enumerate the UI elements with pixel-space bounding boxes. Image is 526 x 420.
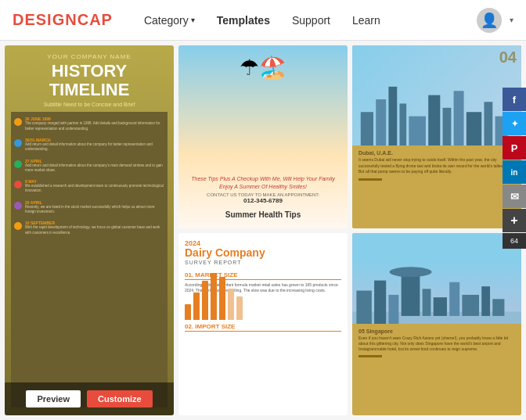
chart-bar-5: [219, 277, 225, 320]
nav-support[interactable]: Support: [292, 14, 330, 27]
timeline-desc-3: Add return and detail information about …: [25, 163, 164, 174]
singapore-text: 05 Singapore Even if you haven't seen Cr…: [352, 324, 521, 415]
dairy-report: SURVEY REPORT: [185, 260, 341, 265]
summer-main-text: These Tips Plus A Checkup With Me, Will …: [185, 175, 341, 191]
dairy-section1-text: According to the data, infant formula ma…: [185, 282, 341, 293]
header: DESIGNCAP Category ▾ Templates Support L…: [0, 0, 526, 41]
timeline-entry-3: 27 APRIL Add return and detail informati…: [14, 159, 164, 174]
facebook-button[interactable]: f: [503, 88, 526, 111]
chevron-down-icon: ▾: [191, 16, 195, 24]
nav-learn[interactable]: Learn: [352, 14, 380, 27]
preview-button[interactable]: Preview: [26, 390, 81, 407]
svg-rect-17: [423, 289, 431, 316]
card-singapore[interactable]: 05 Singapore Even if you haven't seen Cr…: [352, 233, 521, 416]
dairy-section1: 01. MARKET SIZE According to the data, i…: [185, 271, 341, 320]
chart-bar-7: [236, 296, 243, 320]
twitter-button[interactable]: ✦: [503, 112, 526, 135]
timeline-desc-6: With the rapid development of technology…: [25, 225, 164, 235]
summer-contact: CONTACT US TODAY TO MAKE AN APPOINTMENT:: [185, 192, 341, 197]
singapore-desc: Even if you haven't seen Crazy Rich Asia…: [358, 336, 515, 352]
svg-rect-3: [399, 103, 406, 145]
main-nav: Category ▾ Templates Support Learn: [144, 14, 477, 27]
header-right: 👤 ▾: [477, 8, 513, 33]
dairy-section2: 02. IMPORT SIZE: [185, 323, 341, 334]
social-sidebar: f ✦ P in ✉ + 64: [503, 88, 526, 249]
dubai-number: 04: [499, 48, 517, 66]
timeline-entry-1: 30 JUNE 1999 The company merged with par…: [14, 117, 164, 131]
dairy-year: 2024: [185, 239, 341, 247]
card-history-timeline[interactable]: YOUR COMPANY NAME HISTORY TIMELINE Subti…: [5, 45, 174, 415]
summer-inner: ☂🏖️ These Tips Plus A Checkup With Me, W…: [178, 45, 348, 228]
timeline-dot-4: [14, 181, 22, 188]
timeline-dot-3: [14, 160, 22, 168]
nav-templates[interactable]: Templates: [217, 14, 270, 27]
dairy-inner: 2024 Dairy Company SURVEY REPORT 01. MAR…: [178, 233, 348, 416]
linkedin-button[interactable]: in: [503, 160, 526, 184]
email-button[interactable]: ✉: [503, 185, 526, 208]
svg-point-16: [390, 267, 432, 277]
card-hover-overlay: Preview Customize: [5, 382, 174, 415]
singapore-label: 05 Singapore: [358, 328, 515, 334]
summer-text: These Tips Plus A Checkup With Me, Will …: [178, 172, 348, 207]
more-button[interactable]: +: [503, 209, 526, 232]
history-timeline: 30 JUNE 1999 The company merged with par…: [11, 112, 168, 407]
svg-rect-20: [462, 294, 479, 315]
logo-design: DESIGN: [13, 11, 77, 28]
chart-bar-3: [202, 281, 208, 320]
timeline-dot-1: [14, 118, 22, 126]
chart-bar-2: [193, 293, 200, 320]
timeline-desc-1: The company merged with partner in 1998.…: [25, 121, 164, 131]
svg-rect-19: [449, 282, 459, 315]
svg-rect-21: [481, 286, 490, 316]
logo-cap: CAP: [77, 11, 113, 28]
card-dubai[interactable]: 04 Dubai, U.A.E. It seems Dubai will nev…: [352, 45, 521, 228]
chart-bar-6: [228, 289, 234, 320]
avatar-chevron-icon[interactable]: ▾: [510, 16, 513, 24]
dairy-company: Dairy Company: [185, 247, 341, 258]
card-dairy[interactable]: 2024 Dairy Company SURVEY REPORT 01. MAR…: [178, 233, 348, 416]
chart-bar-1: [185, 304, 191, 320]
pinterest-button[interactable]: P: [503, 136, 526, 160]
svg-rect-14: [388, 294, 398, 324]
svg-rect-22: [492, 299, 504, 316]
history-title: HISTORY TIMELINE: [11, 62, 168, 99]
svg-rect-1: [376, 99, 386, 145]
dubai-inner: 04 Dubai, U.A.E. It seems Dubai will nev…: [352, 45, 521, 228]
dubai-bar: [358, 178, 382, 181]
timeline-dot-2: [14, 139, 22, 147]
dubai-desc: It seems Dubai will never stop trying to…: [358, 157, 515, 175]
timeline-desc-4: We established a research and developmen…: [25, 184, 164, 194]
svg-rect-4: [409, 117, 426, 146]
svg-rect-6: [443, 108, 452, 146]
singapore-inner: 05 Singapore Even if you haven't seen Cr…: [352, 233, 521, 416]
history-company: YOUR COMPANY NAME: [47, 53, 131, 60]
dubai-skyline: [352, 45, 521, 145]
history-subtitle: Subtitle Need to be Concise and Brief: [44, 102, 135, 107]
dubai-text: 04 Dubai, U.A.E. It seems Dubai will nev…: [352, 145, 521, 228]
singapore-image: [352, 233, 521, 325]
svg-rect-15: [402, 273, 420, 315]
umbrella-icon: ☂🏖️: [240, 55, 286, 81]
timeline-entry-6: 10 SEPTEMBER With the rapid development …: [14, 221, 164, 235]
svg-rect-18: [434, 297, 447, 316]
timeline-desc-2: Add return and detail information about …: [25, 142, 164, 153]
dairy-chart: [185, 296, 341, 320]
singapore-bar: [358, 355, 382, 357]
logo[interactable]: DESIGNCAP: [13, 11, 113, 29]
chart-bar-4: [211, 273, 217, 320]
dairy-section1-title: 01. MARKET SIZE: [185, 271, 341, 280]
social-count: 64: [503, 233, 526, 249]
svg-rect-5: [428, 95, 440, 146]
customize-button[interactable]: Customize: [87, 390, 153, 407]
svg-rect-7: [454, 91, 464, 145]
card-summer-health[interactable]: ☂🏖️ These Tips Plus A Checkup With Me, W…: [178, 45, 348, 228]
dubai-image: [352, 45, 521, 145]
timeline-entry-4: 8 MAY We established a research and deve…: [14, 179, 164, 194]
nav-category[interactable]: Category ▾: [144, 14, 195, 27]
timeline-entry-5: 20 APRIL Recently, we are listed in the …: [14, 200, 164, 215]
timeline-dot-5: [14, 202, 22, 210]
dubai-label: Dubai, U.A.E.: [358, 150, 515, 156]
avatar[interactable]: 👤: [477, 8, 502, 33]
svg-rect-2: [388, 87, 397, 146]
summer-title: Summer Health Tips: [225, 210, 301, 219]
